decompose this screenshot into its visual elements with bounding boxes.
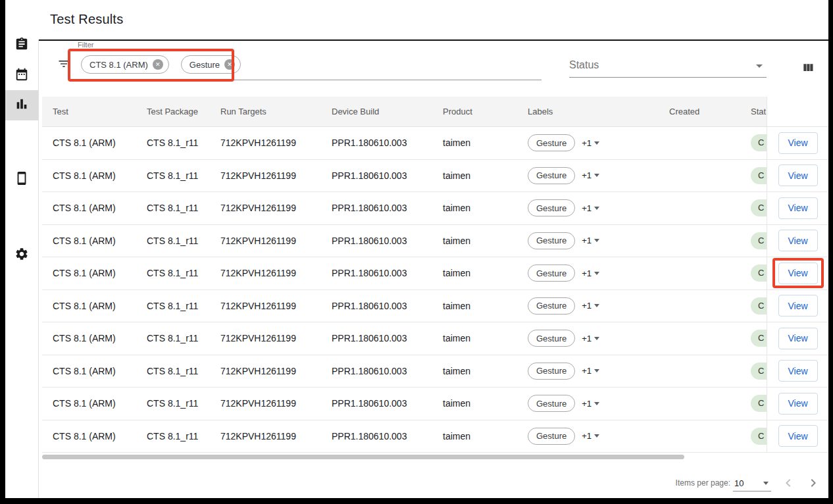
more-labels-dropdown[interactable]: +1 xyxy=(582,334,599,343)
table-body: CTS 8.1 (ARM) CTS 8.1_r11 712KPVH1261199… xyxy=(42,127,828,453)
label-chip: Gesture xyxy=(528,265,575,282)
cell-action: View xyxy=(767,257,828,290)
cell-run-targets: 712KPVH1261199 xyxy=(210,366,321,376)
cell-labels: Gesture +1 xyxy=(521,134,659,151)
label-chip: Gesture xyxy=(528,297,575,315)
chevron-down-icon xyxy=(594,434,599,438)
sidebar-item-schedule[interactable] xyxy=(5,61,38,91)
view-button[interactable]: View xyxy=(778,197,818,219)
table-row: CTS 8.1 (ARM) CTS 8.1_r11 712KPVH1261199… xyxy=(42,160,828,193)
status-badge: C xyxy=(751,167,767,184)
table-row: CTS 8.1 (ARM) CTS 8.1_r11 712KPVH1261199… xyxy=(42,192,828,225)
more-labels-dropdown[interactable]: +1 xyxy=(582,138,599,148)
sidebar-item-test-plans[interactable] xyxy=(5,30,38,61)
cell-product: taimen xyxy=(432,268,521,278)
filter-bar: Filter CTS 8.1 (ARM) Gesture Status xyxy=(39,41,828,97)
cell-test: CTS 8.1 (ARM) xyxy=(42,301,136,311)
view-button[interactable]: View xyxy=(778,263,818,284)
smartphone-icon xyxy=(14,171,29,188)
chevron-down-icon xyxy=(594,207,599,210)
cell-device-build: PPR1.180610.003 xyxy=(321,138,432,148)
filter-chips: CTS 8.1 (ARM) Gesture xyxy=(81,55,241,74)
label-chip: Gesture xyxy=(528,199,575,216)
close-icon[interactable] xyxy=(224,59,235,70)
horizontal-scrollbar[interactable] xyxy=(42,455,684,459)
status-placeholder: Status xyxy=(569,59,599,71)
cell-test-package: CTS 8.1_r11 xyxy=(136,203,210,213)
cell-run-targets: 712KPVH1261199 xyxy=(210,431,321,441)
cell-test-package: CTS 8.1_r11 xyxy=(136,398,210,409)
more-labels-dropdown[interactable]: +1 xyxy=(582,366,599,376)
cell-status: C xyxy=(743,232,767,249)
more-labels-dropdown[interactable]: +1 xyxy=(582,399,599,409)
filter-button[interactable] xyxy=(57,57,70,70)
cell-run-targets: 712KPVH1261199 xyxy=(210,138,321,148)
chevron-down-icon xyxy=(594,272,599,275)
table-row: CTS 8.1 (ARM) CTS 8.1_r11 712KPVH1261199… xyxy=(42,322,828,355)
bar-chart-icon xyxy=(14,97,29,114)
more-labels-dropdown[interactable]: +1 xyxy=(582,236,599,245)
paginator: Items per page: 10 xyxy=(39,468,828,498)
cell-product: taimen xyxy=(432,398,521,409)
page-size-select[interactable]: 10 xyxy=(733,475,771,491)
close-icon[interactable] xyxy=(153,59,163,70)
cell-test-package: CTS 8.1_r11 xyxy=(136,301,210,311)
chevron-right-icon xyxy=(805,483,821,493)
cell-product: taimen xyxy=(432,366,521,376)
view-button[interactable]: View xyxy=(778,230,818,251)
cell-test-package: CTS 8.1_r11 xyxy=(136,268,210,278)
more-labels-dropdown[interactable]: +1 xyxy=(582,431,599,441)
label-chip: Gesture xyxy=(528,363,575,380)
cell-action: View xyxy=(767,127,828,159)
cell-labels: Gesture +1 xyxy=(521,167,659,184)
more-labels-dropdown[interactable]: +1 xyxy=(582,170,599,180)
column-settings-button[interactable] xyxy=(801,61,815,76)
more-labels-dropdown[interactable]: +1 xyxy=(582,203,599,213)
more-labels-dropdown[interactable]: +1 xyxy=(582,268,599,278)
cell-labels: Gesture +1 xyxy=(521,428,659,445)
filter-chip: Gesture xyxy=(181,55,241,74)
sidebar-item-settings[interactable] xyxy=(5,240,38,270)
cell-test-package: CTS 8.1_r11 xyxy=(136,366,210,376)
filter-chip-label: Gesture xyxy=(189,60,220,70)
cell-test: CTS 8.1 (ARM) xyxy=(42,170,136,181)
status-badge: C xyxy=(751,330,767,347)
cell-device-build: PPR1.180610.003 xyxy=(321,301,432,311)
cell-action: View xyxy=(767,192,828,224)
label-chip: Gesture xyxy=(528,428,575,445)
filter-chip: CTS 8.1 (ARM) xyxy=(81,55,169,74)
view-button[interactable]: View xyxy=(778,425,818,447)
cell-status: C xyxy=(743,167,767,184)
toolbar: Test Results xyxy=(39,0,828,41)
chevron-down-icon xyxy=(594,141,599,145)
label-chip: Gesture xyxy=(528,167,575,184)
view-button[interactable]: View xyxy=(778,295,818,316)
cell-device-build: PPR1.180610.003 xyxy=(321,236,432,246)
view-button[interactable]: View xyxy=(778,360,818,382)
view-button[interactable]: View xyxy=(778,328,818,349)
cell-labels: Gesture +1 xyxy=(521,232,659,249)
cell-test-package: CTS 8.1_r11 xyxy=(136,333,210,343)
sidebar-item-devices[interactable] xyxy=(5,164,38,195)
cell-labels: Gesture +1 xyxy=(521,330,659,347)
more-labels-dropdown[interactable]: +1 xyxy=(582,301,599,311)
next-page-button[interactable] xyxy=(805,475,822,492)
sidebar-item-test-results[interactable] xyxy=(5,90,38,120)
cell-product: taimen xyxy=(432,301,521,311)
chevron-left-icon xyxy=(780,483,796,493)
cell-product: taimen xyxy=(432,431,521,441)
previous-page-button[interactable] xyxy=(780,475,797,492)
view-button[interactable]: View xyxy=(778,164,818,186)
column-header-labels: Labels xyxy=(521,107,659,116)
filter-icon xyxy=(57,63,70,72)
view-button[interactable]: View xyxy=(778,393,818,415)
chevron-down-icon xyxy=(594,174,599,177)
view-button[interactable]: View xyxy=(778,132,818,154)
status-dropdown[interactable]: Status xyxy=(569,41,767,80)
cell-product: taimen xyxy=(432,138,521,148)
app-window: Test Results Filter CTS 8.1 (ARM) Gestur… xyxy=(5,0,828,498)
cell-run-targets: 712KPVH1261199 xyxy=(210,301,321,311)
cell-status: C xyxy=(743,297,767,315)
filter-chip-label: CTS 8.1 (ARM) xyxy=(89,60,148,70)
cell-labels: Gesture +1 xyxy=(521,199,659,216)
